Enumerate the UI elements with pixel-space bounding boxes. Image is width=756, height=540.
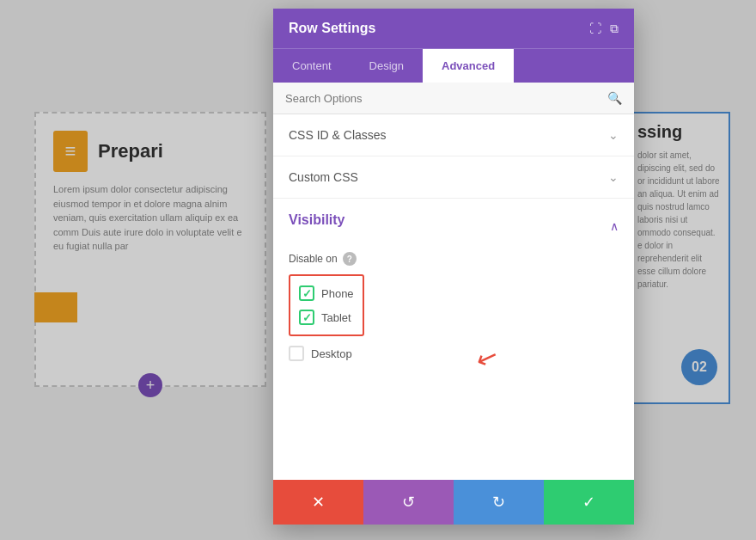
visibility-section: Visibility ∧ Disable on ? Phone Tablet	[273, 199, 634, 379]
search-input[interactable]	[285, 92, 607, 105]
visibility-title: Visibility	[289, 212, 345, 228]
save-icon: ✓	[582, 493, 595, 512]
cancel-icon: ✕	[312, 493, 325, 512]
help-icon[interactable]: ?	[343, 252, 357, 266]
tablet-checkbox[interactable]	[299, 310, 314, 325]
chevron-up-icon: ∧	[610, 219, 619, 233]
phone-checkbox-row: Phone	[299, 281, 354, 305]
modal-tabs: Content Design Advanced	[273, 48, 634, 83]
reset-icon: ↺	[402, 493, 415, 512]
redo-button[interactable]: ↻	[454, 480, 544, 525]
desktop-label: Desktop	[311, 347, 352, 360]
css-id-classes-label: CSS ID & Classes	[289, 128, 387, 142]
phone-checkbox[interactable]	[299, 285, 314, 301]
modal-body: CSS ID & Classes ⌄ Custom CSS ⌄ Visibili…	[273, 114, 634, 480]
chevron-down-icon: ⌄	[608, 128, 619, 142]
save-button[interactable]: ✓	[544, 480, 634, 525]
row-settings-modal: Row Settings ⛶ ⧉ Content Design Advanced…	[273, 9, 634, 525]
disable-on-checkboxes-bordered: Phone Tablet	[289, 274, 364, 336]
modal-header-icons: ⛶ ⧉	[589, 21, 619, 36]
desktop-checkbox-row: Desktop	[289, 341, 619, 365]
tab-advanced[interactable]: Advanced	[423, 49, 514, 83]
css-id-classes-section[interactable]: CSS ID & Classes ⌄	[273, 114, 634, 156]
reset-button[interactable]: ↺	[363, 480, 454, 525]
custom-css-label: Custom CSS	[289, 170, 358, 184]
phone-label: Phone	[321, 287, 354, 300]
disable-on-label: Disable on ?	[289, 252, 619, 266]
expand-icon[interactable]: ⛶	[589, 21, 601, 36]
chevron-down-icon-2: ⌄	[608, 170, 619, 184]
modal-search-bar: 🔍	[273, 83, 634, 114]
custom-css-section[interactable]: Custom CSS ⌄	[273, 156, 634, 199]
tablet-label: Tablet	[321, 311, 351, 324]
modal-footer: ✕ ↺ ↻ ✓	[273, 480, 634, 525]
tablet-checkbox-row: Tablet	[299, 305, 354, 329]
search-icon: 🔍	[607, 91, 622, 105]
fullscreen-icon[interactable]: ⧉	[610, 21, 619, 36]
modal-header: Row Settings ⛶ ⧉	[273, 9, 634, 48]
desktop-checkbox[interactable]	[289, 346, 304, 361]
modal-title: Row Settings	[289, 21, 375, 36]
redo-icon: ↻	[492, 493, 505, 512]
tab-design[interactable]: Design	[351, 49, 423, 83]
cancel-button[interactable]: ✕	[273, 480, 363, 525]
tab-content[interactable]: Content	[273, 49, 351, 83]
